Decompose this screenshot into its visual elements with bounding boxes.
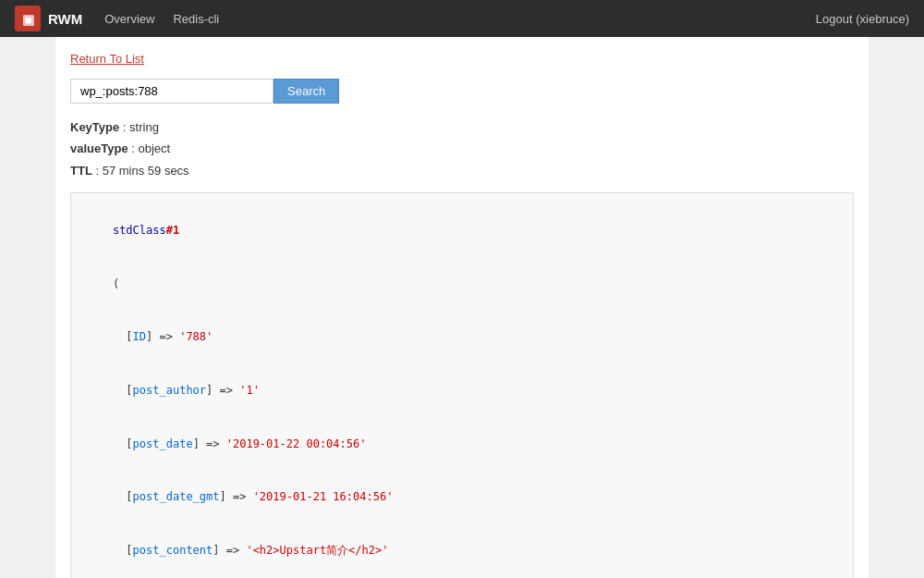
code-val-date-gmt: '2019-01-21 16:04:56' [253, 490, 394, 503]
ttl-row: TTL : 57 mins 59 secs [70, 160, 854, 181]
value-type-row: valueType : object [70, 138, 854, 159]
search-input[interactable] [70, 79, 274, 104]
nav-overview[interactable]: Overview [104, 12, 154, 26]
code-key-content: post_content [133, 544, 213, 557]
search-button[interactable]: Search [274, 79, 339, 104]
code-val-content: '<h2>Upstart简介</h2>' [246, 544, 388, 557]
code-val-date: '2019-01-22 00:04:56' [226, 437, 367, 450]
key-type-separator: : [123, 120, 129, 134]
meta-info: KeyType : string valueType : object TTL … [70, 117, 854, 181]
ttl-value: 57 mins 59 secs [103, 164, 189, 178]
back-link[interactable]: Return To List [70, 52, 144, 66]
code-key-author: post_author [133, 384, 206, 397]
brand-name: RWM [48, 11, 82, 27]
key-type-value: string [129, 120, 159, 134]
nav-redis-cli[interactable]: Redis-cli [173, 12, 219, 26]
code-key-date: post_date [133, 437, 193, 450]
code-val-author: '1' [239, 384, 260, 397]
code-class-name: stdClass [113, 224, 166, 237]
search-row: Search [70, 79, 854, 104]
key-type-label: KeyType [70, 120, 119, 134]
logo-icon: ▣ [15, 6, 41, 31]
code-id: #1 [166, 224, 179, 237]
code-key-id: ID [133, 330, 146, 343]
code-val-id: '788' [179, 330, 213, 343]
main-content: Return To List Search KeyType : string v… [55, 37, 869, 578]
logo: ▣ RWM [15, 6, 82, 31]
logout-button[interactable]: Logout (xiebruce) [816, 12, 909, 26]
nav-links: Overview Redis-cli [104, 12, 219, 26]
key-type-row: KeyType : string [70, 117, 854, 138]
ttl-separator: : [95, 164, 102, 178]
value-type-label: valueType [70, 141, 128, 155]
value-type-value: object [138, 141, 170, 155]
code-key-date-gmt: post_date_gmt [133, 490, 220, 503]
top-navigation: ▣ RWM Overview Redis-cli Logout (xiebruc… [0, 0, 924, 37]
code-block: stdClass#1 ( [ID] => '788' [post_author]… [70, 192, 854, 578]
svg-text:▣: ▣ [22, 12, 34, 27]
ttl-label: TTL [70, 164, 92, 178]
